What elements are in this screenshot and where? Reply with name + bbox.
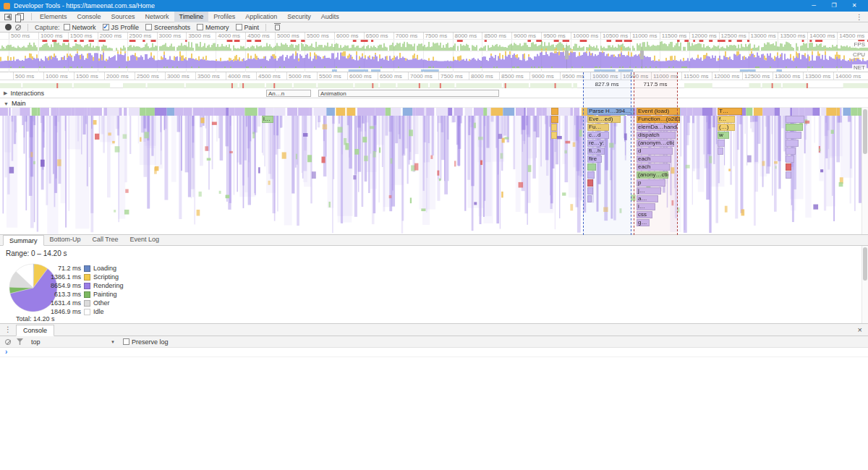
interaction-bar[interactable]: Animation <box>318 90 499 97</box>
flame-bar[interactable]: re…y: <box>587 140 606 147</box>
summary-scrollbar-thumb[interactable] <box>863 247 867 281</box>
flame-bar[interactable] <box>587 187 593 195</box>
details-tab[interactable]: Summary <box>3 235 44 246</box>
checkbox[interactable] <box>197 24 203 30</box>
details-tab[interactable]: Bottom-Up <box>44 234 87 245</box>
checkbox[interactable]: ✓ <box>103 24 109 30</box>
interaction-bar[interactable]: An…n <box>266 90 311 97</box>
flame-bar[interactable] <box>587 171 595 179</box>
flame-bar[interactable] <box>551 132 557 139</box>
summary-scrollbar[interactable] <box>861 246 868 323</box>
flame-bar[interactable] <box>587 179 593 187</box>
capture-option[interactable]: Network <box>64 24 96 31</box>
flame-bar[interactable] <box>786 132 801 139</box>
drawer-close-icon[interactable]: × <box>852 324 868 336</box>
window-control-button[interactable]: ❐ <box>824 0 844 12</box>
capture-option-label: Paint <box>244 24 260 31</box>
flame-bar[interactable]: Function…(o281) <box>637 116 680 123</box>
device-toolbar-icon[interactable] <box>17 13 24 20</box>
console-drawer-tab[interactable]: Console <box>16 325 54 336</box>
flame-bar[interactable] <box>786 124 803 131</box>
flame-bar[interactable]: c…d <box>587 132 609 139</box>
capture-option[interactable]: ✓ JS Profile <box>103 24 140 31</box>
window-control-button[interactable]: ─ <box>804 0 824 12</box>
devtools-tab[interactable]: Application <box>240 12 282 22</box>
flame-bar[interactable]: each <box>637 155 671 163</box>
flame-bar[interactable]: p <box>637 179 665 187</box>
preserve-log-option[interactable]: Preserve log <box>123 338 169 346</box>
flame-bar[interactable]: (anony…ction) <box>637 171 668 179</box>
fps-cpu-net-overview-canvas[interactable] <box>0 40 868 72</box>
devtools-tab[interactable]: Elements <box>35 12 72 22</box>
flame-bar[interactable]: i… <box>637 203 655 210</box>
console-prompt-row[interactable]: › <box>0 348 868 357</box>
details-tab[interactable]: Event Log <box>124 234 166 245</box>
capture-option[interactable]: Memory <box>197 24 229 31</box>
flame-bar[interactable] <box>786 171 791 179</box>
flame-bar[interactable]: Eve…ed) <box>587 116 621 123</box>
more-options-icon[interactable]: ⋮ <box>851 13 868 21</box>
drawer-menu-icon[interactable]: ⋮ <box>0 324 16 336</box>
main-track-header[interactable]: ▼ Main <box>0 98 868 108</box>
devtools-tab[interactable]: Timeline <box>174 12 209 22</box>
window-control-button[interactable]: ✕ <box>844 0 864 12</box>
flame-bar[interactable]: l… <box>262 116 273 123</box>
devtools-tab[interactable]: Sources <box>106 12 140 22</box>
preserve-log-checkbox[interactable] <box>123 338 129 345</box>
devtools-tab[interactable]: Network <box>140 12 174 22</box>
checkbox[interactable] <box>145 24 152 30</box>
flame-bar[interactable] <box>786 116 804 123</box>
flame-bar[interactable]: Fu… <box>587 124 609 131</box>
flame-scrollbar[interactable] <box>861 108 868 234</box>
details-tab[interactable]: Call Tree <box>87 234 124 245</box>
flame-bar[interactable]: css <box>637 211 652 218</box>
flame-bar[interactable] <box>786 163 791 171</box>
clear-console-icon[interactable] <box>5 339 11 345</box>
flame-bar[interactable]: each <box>637 163 670 171</box>
flame-bar[interactable]: a… <box>637 195 658 202</box>
capture-option[interactable]: Paint <box>236 24 260 31</box>
flame-bar[interactable]: (anonym…ction) <box>637 140 674 147</box>
execution-context-select[interactable]: top ▼ <box>29 338 117 346</box>
total-label: Total: 14.20 s <box>16 315 55 322</box>
flame-bar[interactable] <box>551 116 558 123</box>
flame-bar[interactable]: w <box>718 132 729 139</box>
devtools-tab[interactable]: Console <box>72 12 106 22</box>
flame-bar[interactable]: d <box>637 148 673 155</box>
flame-bar[interactable]: j… <box>637 187 661 195</box>
flame-bar[interactable]: f… <box>718 116 735 123</box>
record-button[interactable] <box>5 24 12 30</box>
flame-bar[interactable]: dispatch <box>637 132 676 139</box>
checkbox[interactable] <box>64 24 70 30</box>
interactions-header[interactable]: ▶ Interactions <box>4 90 44 97</box>
devtools-tab[interactable]: Audits <box>316 12 344 22</box>
flame-bar[interactable]: (…) <box>718 124 735 131</box>
devtools-tab[interactable]: Profiles <box>208 12 240 22</box>
filter-icon[interactable] <box>17 338 23 345</box>
capture-option[interactable]: Screenshots <box>145 24 190 31</box>
flame-bar[interactable]: fire <box>587 155 602 163</box>
flame-bar[interactable] <box>587 195 592 202</box>
flame-bar[interactable]: T… <box>718 108 742 115</box>
flame-bar[interactable] <box>786 148 796 155</box>
flame-bar[interactable] <box>786 140 799 147</box>
flame-bar[interactable]: elemDa…handle <box>637 124 677 131</box>
flame-bar[interactable] <box>551 124 557 131</box>
flame-bar[interactable] <box>718 148 723 155</box>
console-body[interactable]: › <box>0 348 868 470</box>
inspect-element-icon[interactable] <box>4 14 12 20</box>
checkbox[interactable] <box>236 24 242 30</box>
flame-bar[interactable]: Parse H…394… <box>587 108 634 115</box>
devtools-tab[interactable]: Security <box>282 12 316 22</box>
flame-bar[interactable] <box>587 163 596 171</box>
flame-bar[interactable] <box>786 155 794 163</box>
capture-option-label: Memory <box>205 24 229 31</box>
flame-bar[interactable] <box>551 108 558 115</box>
clear-recording-icon[interactable] <box>15 25 21 30</box>
flame-bar[interactable] <box>718 140 725 147</box>
flame-bar[interactable]: Event (load) <box>637 108 680 115</box>
garbage-collect-icon[interactable] <box>275 25 280 30</box>
flame-bar[interactable]: g… <box>637 219 650 226</box>
flame-bar[interactable]: fi…h <box>587 148 605 155</box>
flame-scrollbar-thumb[interactable] <box>863 109 867 154</box>
